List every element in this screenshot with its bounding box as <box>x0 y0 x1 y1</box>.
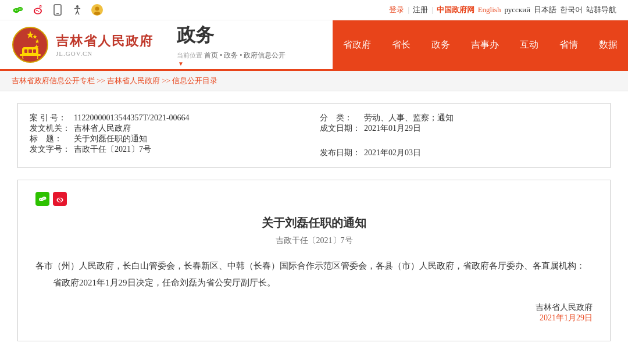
document-number: 吉政干任〔2021〕7号 <box>35 235 593 246</box>
share-weibo-icon[interactable] <box>53 192 67 206</box>
info-grid: 案 引 号： 11220000013544357T/2021-00664 发文机… <box>30 113 598 158</box>
info-row-fawenjiguan: 发文机关： 吉林省人民政府 <box>30 123 308 134</box>
nav-governor[interactable]: 省长 <box>381 20 421 69</box>
info-grid-right: 分 类： 劳动、人事、监察；通知 成文日期： 2021年01月29日 发布日期：… <box>320 113 598 158</box>
document-body: 各市（州）人民政府，长白山管委会，长春新区、中韩（长春）国际合作示范区管委会，各… <box>35 258 593 291</box>
main-content: 案 引 号： 11220000013544357T/2021-00664 发文机… <box>0 91 628 353</box>
svg-point-36 <box>59 199 60 200</box>
breadcrumb-label: 当前位置 <box>177 52 202 59</box>
sub-breadcrumb: 吉林省政府信息公开专栏 >> 吉林省人民政府 >> 信息公开目录 <box>0 71 628 91</box>
label-chengwenriqi: 成文日期： <box>320 123 361 134</box>
header-middle: 政务 当前位置 首页 • 政务 • 政府信息公开 ▼ <box>165 20 333 69</box>
section-title: 政务 <box>177 23 321 48</box>
english-link[interactable]: English <box>478 5 501 15</box>
svg-rect-26 <box>28 49 32 53</box>
svg-point-31 <box>42 197 47 200</box>
breadcrumb-triangle: ▼ <box>178 60 321 67</box>
svg-point-32 <box>43 198 44 198</box>
korean-link[interactable]: 한국어 <box>560 5 583 15</box>
mobile-icon[interactable] <box>51 3 64 16</box>
svg-point-12 <box>76 5 78 8</box>
svg-rect-23 <box>23 47 37 49</box>
top-bar-links: 登录 | 注册 | 中国政府网 English русский 日本語 한국어 … <box>389 5 616 15</box>
site-nav-link[interactable]: 站群导航 <box>586 5 616 15</box>
document-addressee: 各市（州）人民政府，长白山管委会，长春新区、中韩（长春）国际合作示范区管委会，各… <box>35 258 593 274</box>
info-row-suoyinhao: 案 引 号： 11220000013544357T/2021-00664 <box>30 113 308 123</box>
gov-name: 吉林省人民政府 <box>56 33 154 50</box>
label-suoyinhao: 案 引 号： <box>30 113 70 123</box>
svg-point-33 <box>45 198 45 198</box>
login-link[interactable]: 登录 <box>389 5 404 15</box>
svg-point-1 <box>15 10 16 11</box>
svg-point-2 <box>17 10 18 11</box>
sub-breadcrumb-text[interactable]: 吉林省政府信息公开专栏 >> 吉林省人民政府 >> 信息公开目录 <box>12 76 217 85</box>
svg-point-5 <box>20 9 22 10</box>
document-content: 省政府2021年1月29日决定，任命刘磊为省公安厅副厅长。 <box>35 274 593 291</box>
svg-point-15 <box>94 12 101 15</box>
info-card: 案 引 号： 11220000013544357T/2021-00664 发文机… <box>17 103 611 168</box>
accessibility-icon[interactable] <box>71 3 84 16</box>
share-icons <box>35 192 593 206</box>
top-bar: 登录 | 注册 | 中国政府网 English русский 日本語 한국어 … <box>0 0 628 20</box>
breadcrumb-path[interactable]: 首页 • 政务 • 政府信息公开 <box>204 51 286 59</box>
header-logo: 吉林省人民政府 JL.GOV.CN <box>0 20 165 69</box>
value-faboriqi: 2021年02月03日 <box>364 148 421 158</box>
russian-link[interactable]: русский <box>504 5 530 15</box>
label-fenlei: 分 类： <box>320 113 361 123</box>
government-emblem <box>12 26 49 63</box>
svg-point-37 <box>60 200 61 201</box>
header-breadcrumb: 当前位置 首页 • 政务 • 政府信息公开 ▼ <box>177 51 321 67</box>
document-footer: 吉林省人民政府 2021年1月29日 <box>35 302 593 323</box>
svg-point-14 <box>95 7 99 11</box>
nav-data[interactable]: 数据 <box>588 20 628 69</box>
svg-point-35 <box>58 198 62 202</box>
nav-jishiban[interactable]: 吉事办 <box>461 20 509 69</box>
japanese-link[interactable]: 日本語 <box>534 5 556 15</box>
value-fawenzihao: 吉政干任〔2021〕7号 <box>74 144 151 155</box>
sep1: | <box>408 5 409 15</box>
logo-text: 吉林省人民政府 JL.GOV.CN <box>56 33 154 57</box>
label-fawenzihao: 发文字号： <box>30 144 70 155</box>
nav-zhengwu[interactable]: 政务 <box>421 20 461 69</box>
svg-point-29 <box>40 199 41 200</box>
nav-hudong[interactable]: 互动 <box>509 20 549 69</box>
document-issuer: 吉林省人民政府 <box>35 302 593 313</box>
register-link[interactable]: 注册 <box>413 5 428 15</box>
main-nav: 省政府 省长 政务 吉事办 互动 省情 数据 <box>333 20 628 69</box>
label-biaoti: 标 题： <box>30 134 70 144</box>
weibo-icon[interactable] <box>31 3 44 16</box>
value-biaoti: 关于刘磊任职的通知 <box>74 134 147 144</box>
svg-point-3 <box>17 7 23 11</box>
info-row-biaooti: 标 题： 关于刘磊任职的通知 <box>30 134 308 144</box>
value-fawenjiguan: 吉林省人民政府 <box>74 123 131 134</box>
top-bar-icons <box>12 3 104 16</box>
value-suoyinhao: 11220000013544357T/2021-00664 <box>74 113 190 123</box>
svg-point-8 <box>36 10 37 11</box>
nav-province-gov[interactable]: 省政府 <box>333 20 381 69</box>
info-row-chengwenriqi: 成文日期： 2021年01月29日 <box>320 123 598 134</box>
svg-point-4 <box>19 9 20 10</box>
user-avatar-icon[interactable] <box>91 3 104 16</box>
central-gov-link[interactable]: 中国政府网 <box>437 5 474 15</box>
svg-point-7 <box>35 9 41 13</box>
info-row-fenlei: 分 类： 劳动、人事、监察；通知 <box>320 113 598 123</box>
wechat-icon[interactable] <box>12 3 24 16</box>
sep2: | <box>431 5 433 15</box>
info-row-fawenzihao: 发文字号： 吉政干任〔2021〕7号 <box>30 144 308 155</box>
nav-shengqing[interactable]: 省情 <box>549 20 588 69</box>
gov-url: JL.GOV.CN <box>56 50 154 57</box>
value-fenlei: 劳动、人事、监察；通知 <box>364 113 454 123</box>
document-date: 2021年1月29日 <box>35 313 593 323</box>
svg-point-9 <box>38 11 40 12</box>
header: 吉林省人民政府 JL.GOV.CN 政务 当前位置 首页 • 政务 • 政府信息… <box>0 20 628 71</box>
svg-rect-25 <box>24 49 27 53</box>
svg-rect-27 <box>33 49 36 53</box>
document-title: 关于刘磊任职的通知 <box>35 215 593 231</box>
info-row-faboriqi: 发布日期： 2021年02月03日 <box>320 148 598 158</box>
label-faboriqi: 发布日期： <box>320 148 361 158</box>
document-card: 关于刘磊任职的通知 吉政干任〔2021〕7号 各市（州）人民政府，长白山管委会，… <box>17 180 611 341</box>
share-wechat-icon[interactable] <box>35 192 49 206</box>
info-grid-left: 案 引 号： 11220000013544357T/2021-00664 发文机… <box>30 113 308 158</box>
value-chengwenriqi: 2021年01月29日 <box>364 123 421 134</box>
label-fawenjiguan: 发文机关： <box>30 123 70 134</box>
